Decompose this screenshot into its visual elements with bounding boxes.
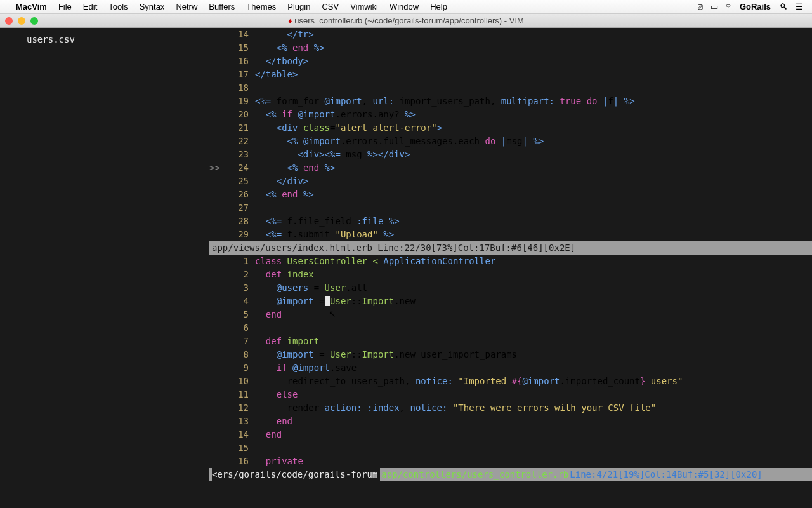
code-line[interactable]: 5 end [209, 308, 812, 321]
line-text[interactable]: <div class="alert alert-error"> [255, 121, 812, 135]
pane-bottom[interactable]: 1class UsersController < ApplicationCont… [209, 255, 812, 508]
file-explorer[interactable]: users.csv [0, 28, 209, 508]
line-text[interactable]: @users = User.all [255, 281, 812, 295]
line-text[interactable]: end [255, 428, 812, 441]
code-top[interactable]: 14 </tr> 15 <% end %> 16 </tbody> 17</ta… [209, 28, 812, 241]
line-text[interactable]: <% end %> [255, 161, 812, 175]
code-line[interactable]: 2 def index [209, 268, 812, 281]
code-line[interactable]: 10 redirect_to users_path, notice: "Impo… [209, 375, 812, 388]
line-text[interactable]: else [255, 388, 812, 401]
line-text[interactable] [255, 321, 812, 335]
status-path-top: app/views/users/index.html.erb [212, 243, 372, 253]
code-line[interactable]: 11 else [209, 388, 812, 401]
app-menu[interactable]: MacVim [16, 2, 47, 11]
line-text[interactable]: def import [255, 335, 812, 348]
code-line[interactable]: 29 <%= f.submit "Upload" %> [209, 228, 812, 241]
line-text[interactable]: <% @import.errors.full_messages.each do … [255, 135, 812, 148]
line-number: 6 [216, 321, 255, 335]
code-line[interactable]: 6 [209, 321, 812, 335]
close-button[interactable] [5, 17, 13, 25]
code-line[interactable]: 26 <% end %> [209, 188, 812, 201]
code-line[interactable]: 8 @import = User::Import.new user_import… [209, 348, 812, 361]
code-line[interactable]: 25 </div> [209, 175, 812, 188]
line-text[interactable]: if @import.save [255, 361, 812, 375]
line-text[interactable]: <% end %> [255, 41, 812, 55]
line-text[interactable]: private [255, 455, 812, 468]
line-text[interactable]: @import = User::Import.new user_import_p… [255, 348, 812, 361]
line-text[interactable]: end [255, 308, 812, 321]
line-text[interactable]: redirect_to users_path, notice: "Importe… [255, 375, 812, 388]
menu-file[interactable]: File [58, 2, 72, 11]
code-line[interactable]: 27 [209, 201, 812, 215]
code-line[interactable]: 13 end [209, 415, 812, 428]
menu-help[interactable]: Help [430, 2, 447, 11]
code-line[interactable]: 4 @import = User::Import.new [209, 295, 812, 308]
line-text[interactable]: class UsersController < ApplicationContr… [255, 255, 812, 268]
menu-netrw[interactable]: Netrw [176, 2, 197, 11]
line-text[interactable]: </table> [255, 68, 812, 81]
code-line[interactable]: 1class UsersController < ApplicationCont… [209, 255, 812, 268]
menu-csv[interactable]: CSV [322, 2, 339, 11]
code-bottom[interactable]: 1class UsersController < ApplicationCont… [209, 255, 812, 468]
line-text[interactable]: <% end %> [255, 188, 812, 201]
display-icon[interactable]: ▭ [710, 2, 718, 11]
menu-vimwiki[interactable]: Vimwiki [350, 2, 378, 11]
code-line[interactable]: 14 </tr> [209, 28, 812, 41]
code-line[interactable]: >>24 <% end %> [209, 161, 812, 175]
zoom-button[interactable] [30, 17, 38, 25]
menu-window[interactable]: Window [390, 2, 419, 11]
line-number: 19 [216, 95, 255, 108]
line-text[interactable] [255, 441, 812, 455]
code-line[interactable]: 17</table> [209, 68, 812, 81]
menu-icon[interactable]: ☰ [796, 2, 803, 11]
code-line[interactable]: 7 def import [209, 335, 812, 348]
spotlight-icon[interactable]: 🔍︎ [780, 2, 788, 11]
wifi-icon[interactable]: ⌔ [726, 2, 731, 11]
line-text[interactable]: </tr> [255, 28, 812, 41]
camera-icon[interactable]: ⎚ [698, 2, 703, 11]
code-line[interactable]: 23 <div><%= msg %></div> [209, 148, 812, 161]
statusbar-bottom: <ers/gorails/code/gorails-forum app/cont… [209, 468, 812, 481]
line-number: 13 [216, 415, 255, 428]
line-text[interactable]: end [255, 415, 812, 428]
code-line[interactable]: 18 [209, 81, 812, 95]
minimize-button[interactable] [18, 17, 25, 25]
line-text[interactable]: </div> [255, 175, 812, 188]
line-text[interactable] [255, 201, 812, 215]
code-line[interactable]: 9 if @import.save [209, 361, 812, 375]
code-line[interactable]: 3 @users = User.all [209, 281, 812, 295]
code-line[interactable]: 16 </tbody> [209, 55, 812, 68]
menu-buffers[interactable]: Buffers [209, 2, 235, 11]
code-line[interactable]: 21 <div class="alert alert-error"> [209, 121, 812, 135]
code-line[interactable]: 20 <% if @import.errors.any? %> [209, 108, 812, 121]
code-line[interactable]: 16 private [209, 455, 812, 468]
sidebar-file[interactable]: users.csv [8, 32, 202, 48]
code-line[interactable]: 15 <% end %> [209, 41, 812, 55]
line-text[interactable]: <%= f.file_field :file %> [255, 215, 812, 228]
line-text[interactable]: @import = User::Import.new [255, 295, 812, 308]
line-text[interactable]: <%= form_for @import, url: import_users_… [255, 95, 812, 108]
menu-syntax[interactable]: Syntax [140, 2, 165, 11]
code-line[interactable]: 12 render action: :index, notice: "There… [209, 401, 812, 415]
code-line[interactable]: 15 [209, 441, 812, 455]
code-line[interactable]: 14 end [209, 428, 812, 441]
menu-themes[interactable]: Themes [246, 2, 276, 11]
code-line[interactable]: 19<%= form_for @import, url: import_user… [209, 95, 812, 108]
line-text[interactable] [255, 81, 812, 95]
brand-label: GoRails [740, 2, 771, 11]
menu-tools[interactable]: Tools [108, 2, 128, 11]
status-info-top: Line:22/30[73%]Col:17Buf:#6[46][0x2E] [377, 243, 575, 253]
line-text[interactable]: <%= f.submit "Upload" %> [255, 228, 812, 241]
line-text[interactable]: <% if @import.errors.any? %> [255, 108, 812, 121]
line-number: 8 [216, 348, 255, 361]
line-text[interactable]: <div><%= msg %></div> [255, 148, 812, 161]
line-number: 7 [216, 335, 255, 348]
code-line[interactable]: 22 <% @import.errors.full_messages.each … [209, 135, 812, 148]
line-text[interactable]: </tbody> [255, 55, 812, 68]
menu-edit[interactable]: Edit [83, 2, 97, 11]
line-text[interactable]: render action: :index, notice: "There we… [255, 401, 812, 415]
code-line[interactable]: 28 <%= f.file_field :file %> [209, 215, 812, 228]
pane-top[interactable]: 14 </tr> 15 <% end %> 16 </tbody> 17</ta… [209, 28, 812, 255]
line-text[interactable]: def index [255, 268, 812, 281]
menu-plugin[interactable]: Plugin [287, 2, 310, 11]
